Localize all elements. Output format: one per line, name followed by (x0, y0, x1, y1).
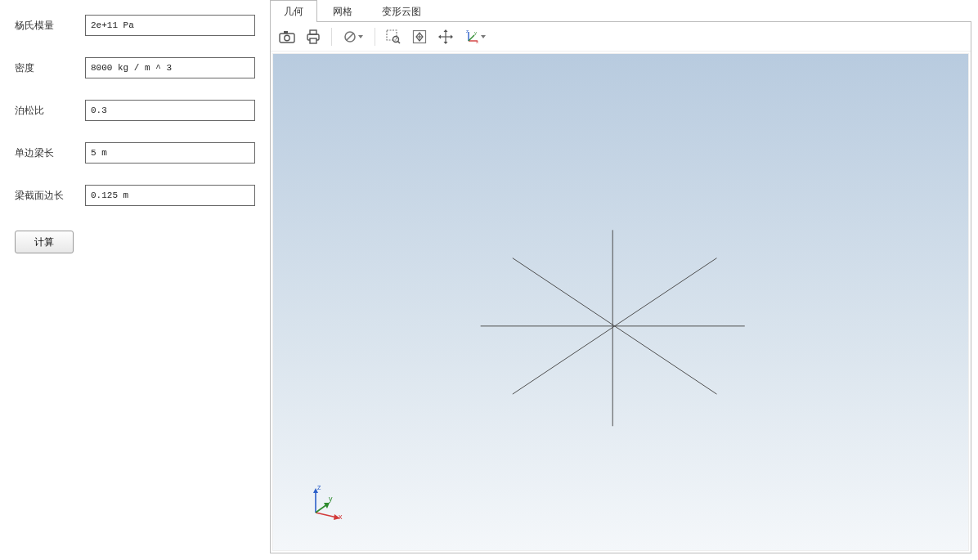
calculate-button[interactable]: 计算 (15, 231, 74, 253)
label-section-side: 梁截面边长 (15, 189, 85, 203)
svg-rect-2 (284, 31, 288, 34)
geometry-scene (273, 54, 968, 550)
input-poisson[interactable] (85, 100, 255, 121)
svg-text:x: x (476, 39, 478, 44)
svg-marker-17 (444, 42, 448, 44)
svg-rect-4 (310, 30, 316, 34)
viewport-3d[interactable]: z y x (272, 53, 969, 551)
row-beam-length: 单边梁长 (15, 142, 255, 164)
svg-point-9 (393, 36, 399, 42)
svg-marker-16 (444, 29, 448, 32)
main-panel: 几何 网格 变形云图 (270, 0, 978, 560)
reset-view-icon[interactable] (339, 25, 368, 48)
input-youngs-modulus[interactable] (85, 15, 255, 36)
tab-bar: 几何 网格 变形云图 (270, 0, 971, 21)
label-density: 密度 (15, 61, 85, 75)
row-poisson: 泊松比 (15, 100, 255, 121)
svg-rect-8 (387, 30, 397, 40)
chevron-down-icon (358, 35, 363, 38)
svg-line-34 (316, 504, 327, 513)
label-poisson: 泊松比 (15, 104, 85, 118)
svg-marker-19 (451, 34, 453, 38)
tab-geometry[interactable]: 几何 (270, 0, 317, 22)
chevron-down-icon (481, 35, 486, 38)
input-density[interactable] (85, 57, 255, 78)
axis-y-label: y (329, 495, 333, 503)
input-beam-length[interactable] (85, 142, 255, 164)
axis-orientation-icon[interactable]: y z x (460, 25, 490, 48)
svg-text:z: z (466, 29, 469, 34)
pan-icon[interactable] (434, 25, 457, 48)
print-icon[interactable] (302, 25, 325, 48)
fit-view-icon[interactable] (408, 25, 431, 48)
row-density: 密度 (15, 57, 255, 78)
svg-line-7 (347, 33, 354, 40)
axis-gizmo: z y x (306, 485, 343, 522)
svg-line-10 (398, 41, 401, 43)
axis-z-label: z (317, 483, 321, 491)
tab-mesh[interactable]: 网格 (319, 0, 366, 22)
label-beam-length: 单边梁长 (15, 146, 85, 160)
zoom-box-icon[interactable] (382, 25, 405, 48)
svg-line-22 (469, 35, 474, 41)
axis-x-label: x (339, 513, 343, 521)
toolbar-separator (375, 28, 375, 46)
input-section-side[interactable] (85, 185, 255, 206)
viewport-toolbar: y z x (271, 22, 971, 52)
svg-rect-5 (310, 38, 316, 43)
viewport-container: y z x (270, 21, 971, 553)
tab-deformation[interactable]: 变形云图 (368, 0, 435, 22)
row-youngs-modulus: 杨氏模量 (15, 15, 255, 36)
parameter-sidebar: 杨氏模量 密度 泊松比 单边梁长 梁截面边长 计算 (0, 0, 270, 560)
svg-point-1 (285, 35, 289, 40)
camera-icon[interactable] (276, 25, 298, 48)
svg-text:y: y (474, 30, 477, 35)
row-section-side: 梁截面边长 (15, 185, 255, 206)
toolbar-separator (331, 28, 332, 46)
label-youngs-modulus: 杨氏模量 (15, 19, 85, 33)
svg-marker-18 (438, 34, 441, 38)
svg-line-32 (316, 513, 337, 517)
